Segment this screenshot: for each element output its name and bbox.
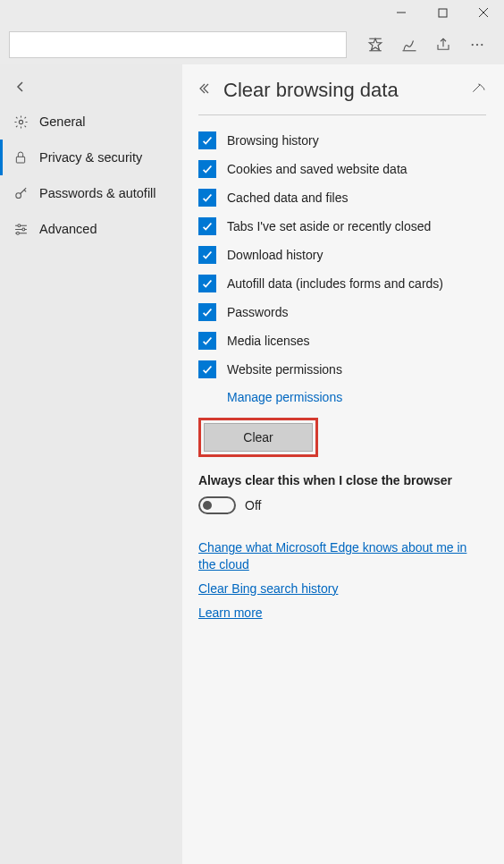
checkbox-cookies[interactable]: Cookies and saved website data (198, 160, 486, 178)
sidebar-item-general[interactable]: General (0, 104, 182, 140)
checkbox-checked-icon (198, 360, 216, 378)
checkbox-label: Media licenses (227, 334, 310, 348)
maximize-button[interactable] (422, 0, 463, 25)
window-controls (0, 0, 504, 25)
checkbox-label: Cookies and saved website data (227, 162, 407, 176)
sliders-icon (13, 222, 29, 237)
lock-icon (13, 150, 29, 165)
checkbox-label: Passwords (227, 305, 288, 319)
svg-point-19 (16, 232, 19, 234)
checkbox-browsing-history[interactable]: Browsing history (198, 131, 486, 149)
checkbox-media-licenses[interactable]: Media licenses (198, 332, 486, 350)
sidebar-item-label: General (39, 114, 86, 129)
checkbox-checked-icon (198, 246, 216, 264)
clear-button-highlight: Clear (198, 418, 318, 457)
checkbox-checked-icon (198, 303, 216, 321)
checkbox-label: Website permissions (227, 362, 342, 377)
sidebar-item-label: Advanced (39, 222, 97, 236)
checkbox-download-history[interactable]: Download history (198, 246, 486, 264)
panel-back-button[interactable] (198, 82, 211, 98)
cloud-data-link[interactable]: Change what Microsoft Edge knows about m… (198, 539, 486, 573)
checkbox-checked-icon (198, 131, 216, 149)
checkbox-checked-icon (198, 217, 216, 235)
checkbox-checked-icon (198, 332, 216, 350)
minimize-button[interactable] (381, 0, 422, 25)
reading-list-icon[interactable] (400, 37, 418, 53)
checkbox-label: Browsing history (227, 133, 319, 148)
learn-more-link[interactable]: Learn more (198, 605, 486, 622)
bing-history-link[interactable]: Clear Bing search history (198, 580, 486, 597)
key-icon (13, 186, 29, 201)
gear-icon (13, 114, 29, 130)
svg-rect-12 (16, 157, 24, 163)
checkbox-website-permissions[interactable]: Website permissions (198, 360, 486, 378)
checkbox-checked-icon (198, 160, 216, 178)
always-clear-heading: Always clear this when I close the brows… (198, 473, 486, 487)
checkbox-passwords[interactable]: Passwords (198, 303, 486, 321)
always-clear-toggle[interactable] (198, 496, 236, 514)
svg-marker-4 (369, 38, 382, 50)
sidebar-item-advanced[interactable]: Advanced (0, 211, 182, 247)
svg-point-10 (481, 44, 483, 46)
favorites-icon[interactable] (366, 37, 384, 53)
svg-point-17 (21, 228, 24, 231)
sidebar-item-label: Privacy & security (39, 150, 142, 165)
checkbox-checked-icon (198, 275, 216, 292)
checkbox-tabs-set-aside[interactable]: Tabs I've set aside or recently closed (198, 217, 486, 235)
svg-point-11 (19, 120, 22, 123)
panel-title: Clear browsing data (223, 79, 459, 102)
clear-browsing-data-panel: Clear browsing data Browsing history Coo… (182, 64, 504, 864)
checkbox-autofill-data[interactable]: Autofill data (includes forms and cards) (198, 275, 486, 292)
more-icon[interactable] (468, 37, 486, 53)
checkbox-label: Autofill data (includes forms and cards) (227, 276, 443, 291)
checkbox-cached-data[interactable]: Cached data and files (198, 189, 486, 207)
svg-point-15 (17, 224, 20, 226)
sidebar-item-privacy-security[interactable]: Privacy & security (0, 140, 182, 175)
address-bar[interactable] (9, 31, 347, 58)
checkbox-label: Cached data and files (227, 191, 348, 205)
svg-point-8 (472, 44, 474, 46)
share-icon[interactable] (434, 37, 452, 53)
sidebar-back-button[interactable] (0, 73, 182, 104)
browser-toolbar (0, 25, 504, 64)
checkbox-checked-icon (198, 189, 216, 207)
pin-icon[interactable] (472, 82, 486, 99)
manage-permissions-link[interactable]: Manage permissions (227, 390, 342, 404)
settings-sidebar: General Privacy & security Passwords & a… (0, 64, 182, 864)
checkbox-label: Download history (227, 248, 323, 262)
svg-rect-1 (439, 9, 447, 17)
close-button[interactable] (463, 0, 504, 25)
sidebar-item-passwords-autofill[interactable]: Passwords & autofill (0, 175, 182, 211)
svg-point-13 (15, 192, 21, 198)
checkbox-label: Tabs I've set aside or recently closed (227, 219, 431, 233)
clear-button[interactable]: Clear (204, 423, 313, 452)
svg-point-9 (476, 44, 478, 46)
toggle-state-label: Off (245, 498, 261, 512)
sidebar-item-label: Passwords & autofill (39, 186, 156, 200)
